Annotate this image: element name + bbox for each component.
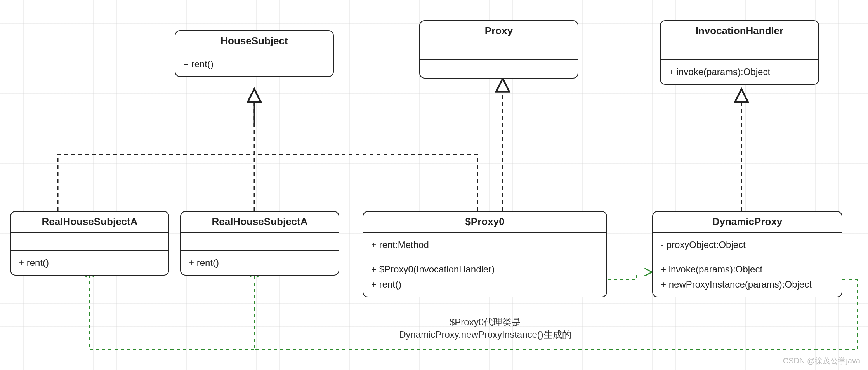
conn-proxy0-to-dynamic — [608, 272, 652, 280]
class-methods: + invoke(params):Object — [661, 60, 818, 84]
class-empty-compartment — [181, 233, 339, 251]
class-realA2: RealHouseSubjectA + rent() — [180, 211, 339, 276]
class-title: $Proxy0 — [363, 212, 606, 233]
class-empty-compartment — [661, 42, 818, 60]
class-methods: + $Proxy0(InvocationHandler) + rent() — [363, 257, 606, 297]
class-empty-compartment — [420, 42, 578, 60]
class-title: Proxy — [420, 21, 578, 42]
conn-realA1-to-houseSubject — [58, 154, 254, 211]
class-proxy: Proxy — [419, 20, 578, 79]
class-method: + rent() — [371, 277, 599, 292]
note-line: DynamicProxy.newProxyInstance()生成的 — [353, 328, 617, 341]
class-methods: + rent() — [175, 52, 333, 76]
class-title: DynamicProxy — [653, 212, 842, 233]
class-method: + $Proxy0(InvocationHandler) — [371, 262, 599, 277]
class-title: HouseSubject — [175, 31, 333, 52]
class-methods: + rent() — [181, 251, 339, 275]
conn-dynamic-to-realA1 — [90, 269, 254, 350]
class-method: + invoke(params):Object — [661, 262, 834, 277]
class-methods: + invoke(params):Object + newProxyInstan… — [653, 257, 842, 297]
note-line: $Proxy0代理类是 — [353, 316, 617, 328]
class-empty-compartment — [420, 60, 578, 78]
class-fields: - proxyObject:Object — [653, 233, 842, 257]
class-houseSubject: HouseSubject + rent() — [175, 30, 334, 77]
class-invocationHandler: InvocationHandler + invoke(params):Objec… — [660, 20, 819, 85]
class-method: + newProxyInstance(params):Object — [661, 277, 834, 292]
class-title: RealHouseSubjectA — [181, 212, 339, 233]
watermark: CSDN @徐茂公学java — [783, 356, 860, 366]
class-methods: + rent() — [11, 251, 168, 275]
class-dynamicProxy: DynamicProxy - proxyObject:Object + invo… — [652, 211, 842, 297]
class-empty-compartment — [11, 233, 168, 251]
class-title: InvocationHandler — [661, 21, 818, 42]
class-title: RealHouseSubjectA — [11, 212, 168, 233]
class-fields: + rent:Method — [363, 233, 606, 257]
class-proxy0: $Proxy0 + rent:Method + $Proxy0(Invocati… — [363, 211, 607, 297]
class-realA1: RealHouseSubjectA + rent() — [10, 211, 169, 276]
conn-proxy0-to-houseSubject — [254, 154, 477, 211]
diagram-note: $Proxy0代理类是 DynamicProxy.newProxyInstanc… — [353, 316, 617, 341]
